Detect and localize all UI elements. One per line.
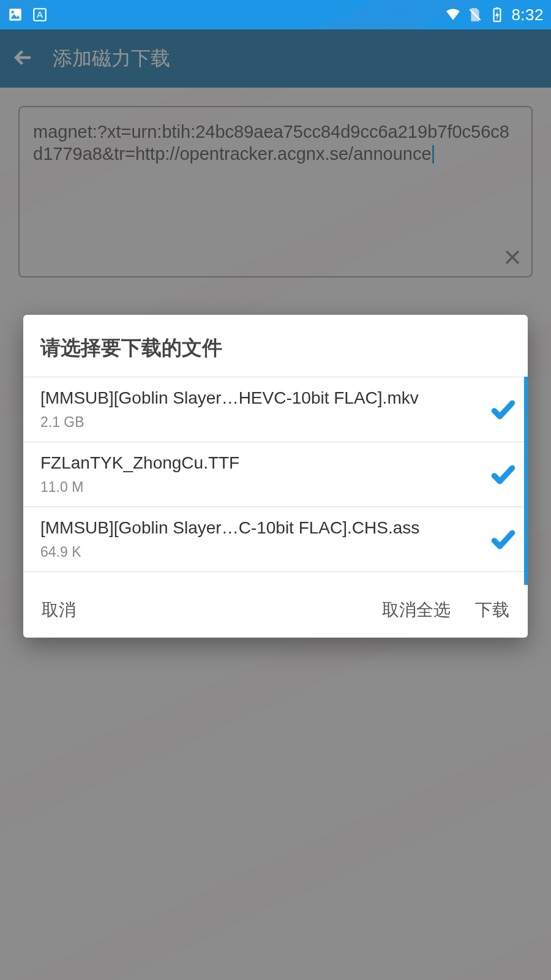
svg-text:A: A	[37, 9, 43, 20]
file-size: 11.0 M	[40, 479, 481, 496]
file-item[interactable]: [MMSUB][Goblin Slayer…C-10bit FLAC].CHS.…	[23, 507, 528, 572]
battery-charging-icon	[489, 7, 505, 23]
status-bar: A 8:32	[0, 0, 551, 29]
svg-rect-0	[9, 9, 21, 21]
dialog-actions: 取消 取消全选 下载	[23, 585, 528, 638]
file-size: 64.9 K	[40, 544, 481, 560]
file-name: [MMSUB][Goblin Slayer…C-10bit FLAC].CHT.…	[40, 583, 481, 585]
cancel-button[interactable]: 取消	[42, 598, 76, 622]
file-name: [MMSUB][Goblin Slayer…HEVC-10bit FLAC].m…	[40, 388, 481, 408]
file-size: 2.1 GB	[40, 414, 481, 431]
no-sim-icon	[467, 7, 483, 23]
dialog-title: 请选择要下载的文件	[23, 315, 528, 377]
file-item[interactable]: FZLanTYK_ZhongCu.TTF 11.0 M	[23, 442, 528, 507]
check-icon[interactable]	[490, 526, 517, 553]
file-item[interactable]: [MMSUB][Goblin Slayer…C-10bit FLAC].CHT.…	[23, 572, 528, 585]
file-list[interactable]: [MMSUB][Goblin Slayer…HEVC-10bit FLAC].m…	[23, 377, 528, 585]
text-app-icon: A	[32, 7, 48, 23]
page: 添加磁力下载 magnet:?xt=urn:btih:24bc89aea75cc…	[0, 29, 551, 980]
check-icon[interactable]	[490, 461, 517, 488]
gallery-icon	[7, 7, 23, 23]
svg-rect-7	[496, 7, 498, 9]
file-select-dialog: 请选择要下载的文件 [MMSUB][Goblin Slayer…HEVC-10b…	[23, 315, 528, 638]
file-name: [MMSUB][Goblin Slayer…C-10bit FLAC].CHS.…	[40, 518, 481, 538]
status-time: 8:32	[511, 6, 544, 24]
download-button[interactable]: 下载	[475, 598, 509, 622]
wifi-icon	[445, 7, 461, 23]
file-name: FZLanTYK_ZhongCu.TTF	[40, 453, 481, 473]
svg-point-2	[12, 11, 14, 13]
svg-marker-8	[495, 11, 500, 20]
file-item[interactable]: [MMSUB][Goblin Slayer…HEVC-10bit FLAC].m…	[23, 377, 528, 442]
deselect-all-button[interactable]: 取消全选	[382, 598, 451, 622]
check-icon[interactable]	[490, 396, 517, 423]
